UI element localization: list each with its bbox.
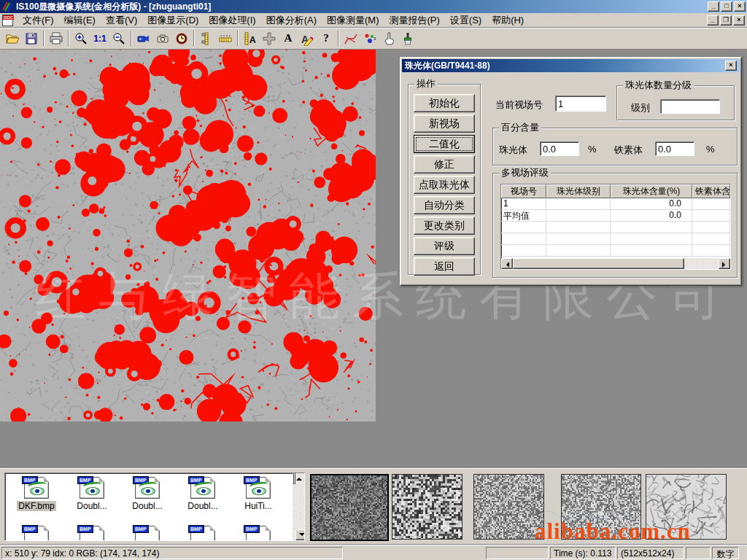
file-item[interactable]: BMP Doubl... (120, 477, 174, 511)
menu-bar: DOC 文件(F) 编辑(E) 查看(V) 图像显示(D) 图像处理(I) 图像… (0, 13, 747, 28)
particles-button[interactable]: 3 (360, 29, 379, 48)
scroll-down-button[interactable] (295, 529, 305, 540)
change-class-button[interactable]: 更改类别 (414, 217, 475, 235)
pearlite-percent-input[interactable] (540, 141, 579, 156)
table-row[interactable]: 平均值 0.0 (501, 210, 730, 222)
print-button[interactable] (47, 29, 66, 48)
file-item[interactable]: BMP (176, 526, 230, 541)
file-list[interactable]: BMP DKF.bmp BMP Doubl... BMP Doubl... BM… (4, 472, 305, 541)
file-item[interactable]: BMP (9, 526, 63, 541)
file-item[interactable]: BMP HuiTi... (231, 477, 285, 511)
table-row[interactable]: 1 0.0 (501, 198, 730, 210)
title-bar[interactable]: IS100显微摄像系统(金相分析版) - [zhuguangti01] _ □ … (0, 0, 747, 13)
table-horizontal-scrollbar[interactable] (501, 258, 730, 269)
bmp-file-icon: BMP (24, 477, 49, 499)
file-item[interactable]: BMP Doubl... (176, 477, 230, 511)
rating-table[interactable]: 视场号 珠光体级别 珠光体含量(%) 铁素体含量(%) 1 0.0 平均值 (500, 184, 731, 270)
measure-text-button[interactable]: A (241, 29, 260, 48)
spline-button[interactable] (341, 29, 360, 48)
close-button[interactable]: × (734, 1, 746, 12)
toolbar-separator (68, 31, 69, 47)
menu-item-image-measure[interactable]: 图像测量(M) (322, 12, 384, 28)
ferrite-percent-input[interactable] (655, 141, 694, 156)
help-button[interactable]: ? (317, 29, 336, 48)
save-button[interactable] (22, 29, 41, 48)
video-capture-button[interactable] (134, 29, 153, 48)
auto-classify-button[interactable]: 自动分类 (414, 196, 475, 214)
menu-item-help[interactable]: 帮助(H) (487, 12, 529, 28)
scroll-up-button[interactable] (293, 472, 294, 484)
rate-button[interactable]: 评级 (414, 237, 475, 255)
scrollbar-thumb[interactable] (513, 258, 684, 269)
one-to-one-button[interactable]: 1:1 (90, 29, 109, 48)
snapshot-button[interactable] (153, 29, 172, 48)
hand-icon (382, 31, 396, 46)
minimize-button[interactable]: _ (708, 1, 719, 12)
bmp-file-icon: BMP (246, 477, 271, 499)
zoom-in-button[interactable] (71, 29, 90, 48)
file-item[interactable]: BMP (231, 526, 285, 541)
file-item[interactable]: BMP (65, 526, 119, 541)
dialog-title: 珠光体(GB/T9441-88) (405, 60, 490, 72)
ruler-button[interactable] (216, 29, 235, 48)
return-button[interactable]: 返回 (414, 257, 475, 276)
open-button[interactable] (3, 29, 22, 48)
table-row (501, 245, 730, 257)
correct-button[interactable]: 修正 (414, 155, 475, 174)
new-field-button[interactable]: 新视场 (414, 114, 475, 133)
file-name: Doubl... (176, 501, 230, 511)
thumbnail-3[interactable] (473, 474, 544, 540)
init-button[interactable]: 初始化 (414, 94, 475, 112)
menu-item-image-analysis[interactable]: 图像分析(A) (261, 12, 322, 28)
text-button[interactable]: A (279, 29, 298, 48)
file-item[interactable]: BMP DKF.bmp (9, 477, 63, 511)
pearlite-dialog: 珠光体(GB/T9441-88) × 操作 初始化 新视场 二值化 修正 点取珠… (400, 57, 742, 286)
multifield-group-title: 多视场评级 (499, 168, 551, 178)
thumbnail-1[interactable] (310, 474, 389, 541)
maximize-button[interactable]: □ (721, 1, 732, 12)
mdi-close-button[interactable]: × (733, 15, 745, 26)
file-name: Doubl... (65, 501, 119, 511)
thumbnail-2[interactable] (392, 474, 462, 540)
menu-item-image-display[interactable]: 图像显示(D) (142, 12, 204, 28)
status-bar: x: 510 y: 79 idx: 0 RGB: (174, 174, 174)… (0, 545, 747, 560)
file-list-scrollbar[interactable] (293, 473, 304, 540)
menu-item-view[interactable]: 查看(V) (101, 12, 142, 28)
scrollbar-thumb[interactable] (294, 472, 295, 484)
menu-item-settings[interactable]: 设置(S) (445, 12, 487, 28)
dialog-close-button[interactable]: × (725, 61, 737, 71)
dialog-title-bar[interactable]: 珠光体(GB/T9441-88) × (402, 59, 740, 72)
scroll-left-button[interactable] (501, 258, 513, 269)
micrograph-image[interactable] (0, 50, 376, 421)
move-cross-button[interactable] (260, 29, 279, 48)
current-view-input[interactable] (555, 96, 606, 112)
menu-item-file[interactable]: 文件(F) (18, 12, 59, 28)
app-icon (1, 1, 13, 12)
file-item[interactable]: BMP (120, 526, 174, 541)
zoom-out-button[interactable] (109, 29, 128, 48)
mdi-minimize-button[interactable]: _ (707, 15, 719, 26)
scrollbar-track[interactable] (684, 258, 719, 269)
hand-button[interactable] (379, 29, 398, 48)
bmp-file-icon: BMP (135, 526, 160, 541)
mdi-document-icon[interactable]: DOC (2, 15, 13, 26)
binarize-button[interactable]: 二值化 (414, 135, 475, 153)
scroll-right-button[interactable] (719, 258, 730, 269)
annotate-button[interactable]: A (298, 29, 317, 48)
bmp-file-icon: BMP (80, 477, 104, 499)
pick-pearlite-button[interactable]: 点取珠光体 (414, 176, 475, 194)
cell-grade (546, 198, 611, 210)
current-view-label: 当前视场号 (495, 98, 543, 112)
menu-item-image-process[interactable]: 图像处理(I) (204, 12, 260, 28)
empty-panel (686, 547, 711, 559)
caliper-button[interactable] (197, 29, 216, 48)
timer-button[interactable] (172, 29, 191, 48)
svg-text:A: A (249, 35, 256, 45)
menu-item-edit[interactable]: 编辑(E) (59, 12, 101, 28)
grade-input[interactable] (660, 99, 720, 114)
file-item[interactable]: BMP Doubl... (65, 477, 119, 511)
menu-item-report[interactable]: 测量报告(P) (384, 12, 444, 28)
cell-content: 0.0 (611, 210, 692, 222)
mdi-restore-button[interactable]: ❐ (720, 15, 732, 26)
brush-button[interactable] (398, 29, 417, 48)
